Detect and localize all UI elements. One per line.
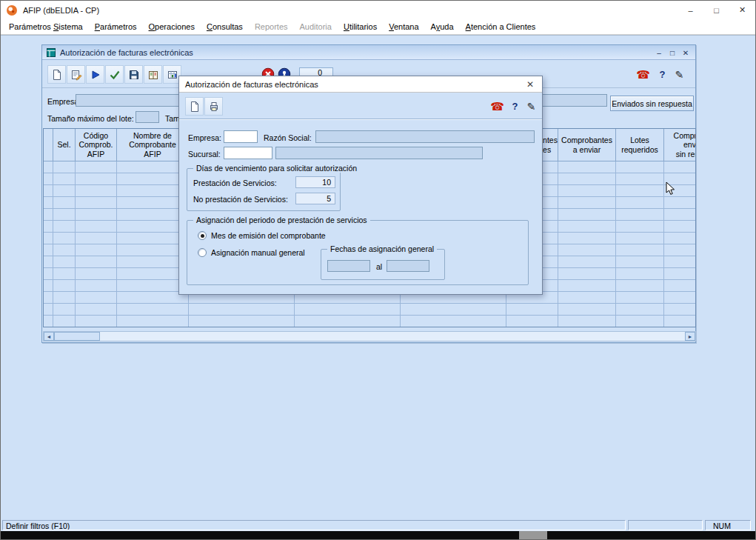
help-button[interactable]: ? (654, 66, 671, 83)
table-cell (44, 185, 53, 196)
table-cell (44, 173, 53, 184)
menu-ayuda[interactable]: Ayuda (425, 20, 460, 33)
fecha-hasta-field (387, 260, 429, 272)
app-icon (6, 4, 18, 16)
table-cell (117, 316, 189, 327)
phone-icon: ☎ (636, 69, 650, 80)
column-header-8[interactable]: Comprobantesa enviar (558, 129, 616, 161)
column-header-1[interactable]: Sel. (53, 129, 76, 161)
table-cell (664, 316, 696, 327)
sucursal-label: Sucursal: (188, 150, 221, 159)
child-close-button[interactable]: ✕ (679, 45, 692, 60)
new-record-button[interactable] (47, 65, 66, 84)
dialog-toolbar: ☎ ? ✎ (179, 94, 542, 119)
table-cell (53, 197, 76, 208)
child-minimize-button[interactable]: – (652, 45, 666, 60)
no-prestacion-input[interactable]: 5 (295, 193, 335, 204)
sucursal-name-field (275, 147, 483, 159)
table-cell (76, 244, 117, 256)
dialog-print-button[interactable] (204, 97, 223, 116)
table-cell (44, 244, 53, 256)
dialog-help-button[interactable]: ? (506, 98, 523, 115)
child-maximize-button[interactable]: □ (666, 45, 679, 60)
column-header-9[interactable]: Lotesrequeridos (616, 129, 664, 161)
menu-ventana[interactable]: Ventana (383, 20, 424, 33)
menu-atencion-a-clientes[interactable]: Atención a Clientes (460, 20, 542, 33)
dialog-close-button[interactable]: ✕ (520, 77, 541, 92)
dialog-signature-button[interactable]: ✎ (523, 98, 540, 115)
horizontal-scrollbar[interactable]: ◄ ► (43, 331, 696, 341)
radio-asignacion-manual[interactable] (198, 248, 207, 257)
column-header-2[interactable]: CódigoComprob.AFIP (76, 129, 117, 161)
new-document-icon (189, 101, 201, 113)
statusbar-message: Definir filtros (F10) (2, 520, 626, 530)
scrollbar-thumb[interactable] (54, 332, 100, 341)
table-cell (558, 316, 616, 327)
sucursal-input[interactable] (224, 147, 272, 159)
prestacion-input[interactable]: 10 (295, 176, 335, 188)
table-cell (616, 304, 664, 315)
table-cell (664, 304, 696, 315)
help-icon: ? (660, 69, 666, 80)
table-cell (53, 173, 76, 184)
table-cell (506, 304, 558, 315)
table-cell (53, 304, 76, 315)
dialog-new-record-button[interactable] (185, 97, 204, 116)
fecha-desde-field (327, 260, 370, 272)
radio-asignacion-manual-label: Asignación manual general (211, 248, 305, 257)
table-row[interactable] (44, 316, 696, 327)
confirm-button[interactable] (105, 65, 124, 84)
table-cell (506, 316, 558, 327)
table-cell (664, 268, 696, 279)
dialog-empresa-input[interactable] (224, 130, 258, 143)
menu-parametros-sistema[interactable]: Parámetros Sistema (3, 20, 89, 33)
run-authorization-button[interactable] (86, 65, 104, 84)
statusbar-panel-2 (628, 520, 703, 530)
table-cell (401, 304, 506, 315)
menu-parametros[interactable]: Parámetros (89, 20, 143, 33)
table-cell (558, 233, 616, 244)
menubar: Parámetros SistemaParámetrosOperacionesC… (1, 19, 755, 35)
table-cell (616, 244, 664, 256)
radio-mes-emision[interactable] (198, 231, 207, 240)
column-header-10[interactable]: Comprobantesenviadossin respuesta (664, 129, 696, 161)
table-cell (558, 292, 616, 303)
ledger-button[interactable] (144, 65, 162, 84)
table-row[interactable] (44, 304, 696, 316)
razon-social-field (315, 130, 535, 143)
table-cell (616, 161, 664, 173)
dialog-phone-button[interactable]: ☎ (489, 98, 506, 115)
table-cell (76, 197, 117, 208)
phone-button[interactable]: ☎ (635, 66, 652, 83)
table-cell (558, 221, 616, 232)
edit-pen-icon: ✎ (675, 69, 684, 81)
child-titlebar[interactable]: Autorización de facturas electrónicas – … (42, 45, 695, 60)
dialog-titlebar[interactable]: Autorización de facturas electrónicas ✕ (179, 76, 542, 93)
enviados-sin-respuesta-button[interactable]: Enviados sin respuesta (610, 96, 694, 111)
prestacion-label: Prestación de Servicios: (193, 179, 277, 187)
menu-operaciones[interactable]: Operaciones (143, 20, 201, 33)
save-button[interactable] (124, 65, 143, 84)
table-cell (44, 304, 53, 315)
app-title: AFIP (dbELDIA - CP) (23, 6, 99, 15)
table-cell (616, 268, 664, 279)
menu-utilitarios[interactable]: Utilitarios (338, 20, 383, 33)
edit-record-button[interactable] (67, 65, 85, 84)
al-label: al (376, 262, 382, 271)
signature-button[interactable]: ✎ (671, 66, 688, 83)
scroll-right-button[interactable]: ► (685, 332, 695, 341)
printer-icon (208, 101, 220, 113)
menu-auditoria: Auditoria (294, 20, 338, 33)
scroll-right-icon: ► (688, 334, 693, 339)
minimize-button[interactable]: – (678, 1, 703, 19)
table-cell (76, 304, 117, 315)
menu-consultas[interactable]: Consultas (201, 20, 249, 33)
column-header-0[interactable] (44, 129, 53, 161)
table-cell (616, 316, 664, 327)
table-cell (44, 316, 53, 327)
table-cell (76, 161, 117, 173)
close-button[interactable]: ✕ (729, 1, 755, 19)
grid-chart-icon (167, 69, 178, 81)
scroll-left-button[interactable]: ◄ (44, 332, 54, 341)
maximize-button[interactable]: □ (703, 1, 729, 19)
